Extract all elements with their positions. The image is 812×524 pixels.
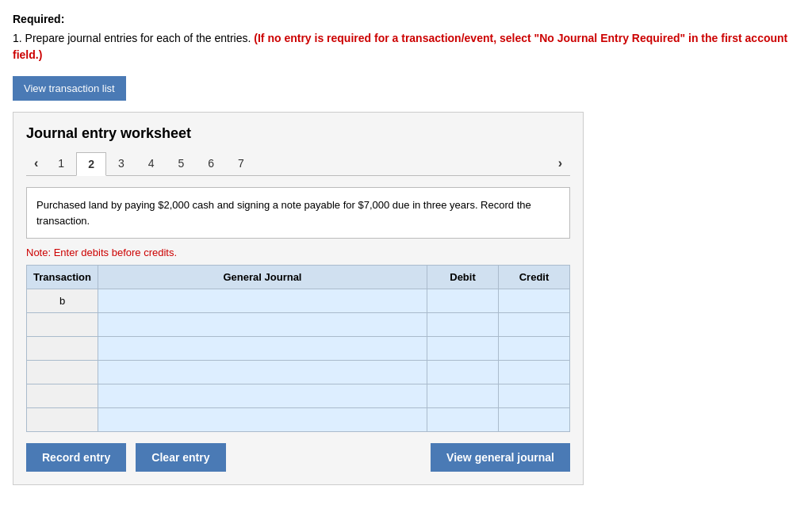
tab-6[interactable]: 6 [196, 151, 226, 175]
cell-general-journal-2[interactable] [98, 337, 427, 361]
tab-5[interactable]: 5 [167, 151, 197, 175]
cell-debit-1[interactable] [427, 313, 499, 337]
cell-credit-5[interactable] [499, 408, 570, 432]
cell-debit-2[interactable] [427, 337, 499, 361]
input-credit-1[interactable] [504, 319, 565, 331]
table-row [27, 313, 570, 337]
input-general-journal-4[interactable] [103, 391, 422, 403]
table-row [27, 408, 570, 432]
input-debit-5[interactable] [432, 415, 493, 426]
tab-1[interactable]: 1 [46, 151, 76, 175]
journal-table: Transaction General Journal Debit Credit… [26, 265, 570, 432]
input-general-journal-3[interactable] [103, 367, 422, 379]
cell-debit-5[interactable] [427, 408, 499, 432]
tab-2[interactable]: 2 [76, 152, 106, 176]
cell-transaction-1 [27, 313, 98, 337]
worksheet-container: Journal entry worksheet ‹ 1 2 3 4 5 6 7 … [13, 112, 584, 485]
col-header-transaction: Transaction [27, 266, 98, 289]
cell-transaction-0: b [27, 289, 98, 313]
input-general-journal-0[interactable] [103, 296, 422, 308]
tab-3[interactable]: 3 [106, 151, 136, 175]
table-row [27, 361, 570, 384]
instruction-text: 1. Prepare journal entries for each of t… [13, 30, 799, 63]
cell-transaction-3 [27, 361, 98, 384]
input-general-journal-5[interactable] [103, 415, 422, 426]
col-header-credit: Credit [499, 266, 570, 289]
tab-navigation: ‹ 1 2 3 4 5 6 7 › [26, 151, 570, 176]
input-debit-1[interactable] [432, 319, 493, 331]
note-text: Note: Enter debits before credits. [26, 247, 570, 258]
tab-7[interactable]: 7 [226, 151, 256, 175]
input-general-journal-2[interactable] [103, 343, 422, 355]
col-header-debit: Debit [427, 266, 499, 289]
cell-credit-3[interactable] [499, 361, 570, 384]
tab-next-arrow[interactable]: › [550, 151, 570, 175]
worksheet-title: Journal entry worksheet [26, 125, 570, 142]
cell-general-journal-4[interactable] [98, 384, 427, 408]
tab-prev-arrow[interactable]: ‹ [26, 151, 46, 175]
cell-debit-3[interactable] [427, 361, 499, 384]
record-entry-button[interactable]: Record entry [26, 443, 126, 472]
cell-general-journal-0[interactable] [98, 289, 427, 313]
cell-transaction-4 [27, 384, 98, 408]
input-debit-0[interactable] [432, 296, 493, 308]
input-credit-5[interactable] [504, 415, 565, 426]
cell-transaction-2 [27, 337, 98, 361]
table-row [27, 384, 570, 408]
cell-credit-1[interactable] [499, 313, 570, 337]
cell-credit-0[interactable] [499, 289, 570, 313]
input-credit-4[interactable] [504, 391, 565, 403]
cell-general-journal-3[interactable] [98, 361, 427, 384]
transaction-description: Purchased land by paying $2,000 cash and… [26, 187, 570, 239]
view-general-journal-button[interactable]: View general journal [431, 443, 570, 472]
cell-credit-2[interactable] [499, 337, 570, 361]
input-general-journal-1[interactable] [103, 319, 422, 331]
cell-transaction-5 [27, 408, 98, 432]
required-label: Required: [13, 13, 799, 25]
clear-entry-button[interactable]: Clear entry [136, 443, 225, 472]
input-credit-0[interactable] [504, 296, 565, 308]
cell-debit-4[interactable] [427, 384, 499, 408]
view-transaction-button[interactable]: View transaction list [13, 76, 126, 101]
input-debit-3[interactable] [432, 367, 493, 379]
cell-general-journal-5[interactable] [98, 408, 427, 432]
button-row: Record entry Clear entry View general jo… [26, 443, 570, 472]
input-credit-2[interactable] [504, 343, 565, 355]
cell-credit-4[interactable] [499, 384, 570, 408]
table-row [27, 337, 570, 361]
instruction-prefix: 1. Prepare journal entries for each of t… [13, 32, 251, 44]
input-debit-2[interactable] [432, 343, 493, 355]
col-header-general-journal: General Journal [98, 266, 427, 289]
tab-4[interactable]: 4 [136, 151, 167, 175]
cell-general-journal-1[interactable] [98, 313, 427, 337]
cell-debit-0[interactable] [427, 289, 499, 313]
input-debit-4[interactable] [432, 391, 493, 403]
input-credit-3[interactable] [504, 367, 565, 379]
table-row: b [27, 289, 570, 313]
